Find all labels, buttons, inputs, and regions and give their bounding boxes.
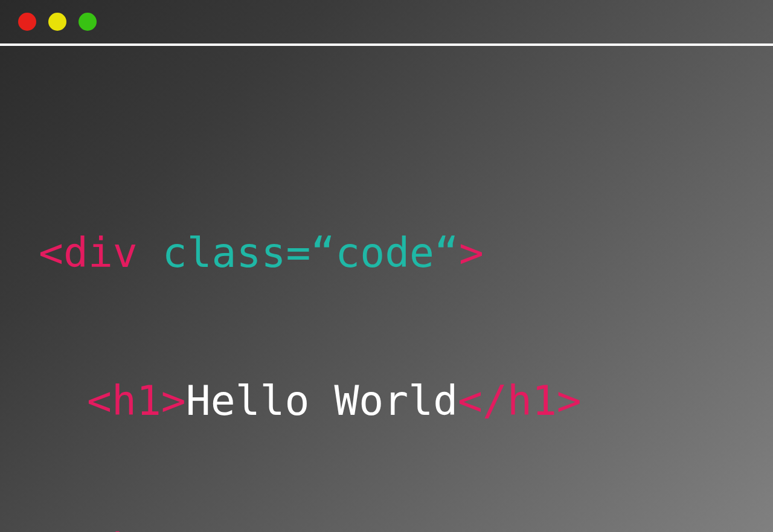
code-line-1: <div class=“code“> <box>39 216 734 290</box>
code-line-2: <h1>Hello World</h1> <box>39 364 734 438</box>
code-editor[interactable]: <div class=“code“> <h1>Hello World</h1> … <box>0 46 773 532</box>
window-titlebar <box>0 0 773 43</box>
close-button[interactable] <box>18 13 36 31</box>
div-open-tag: <div <box>39 229 138 277</box>
code-line-3: <hr> <box>39 512 734 532</box>
hr-tag: <hr> <box>87 525 186 532</box>
maximize-button[interactable] <box>79 13 97 31</box>
space <box>138 229 162 277</box>
h1-close-tag: </h1> <box>458 377 582 425</box>
close-bracket: > <box>459 229 484 277</box>
h1-open-tag: <h1> <box>87 377 186 425</box>
hello-world-text: Hello World <box>186 377 458 425</box>
class-attribute: class=“code“ <box>162 229 459 277</box>
minimize-button[interactable] <box>48 13 66 31</box>
